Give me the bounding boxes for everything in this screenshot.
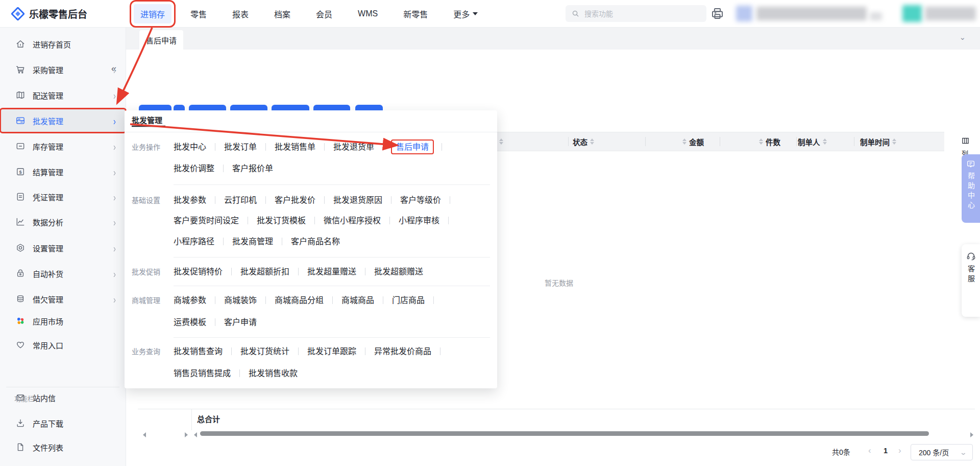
menu-item-批发超额赠送[interactable]: 批发超额赠送	[374, 267, 423, 276]
menu-item-批发超量赠送[interactable]: 批发超量赠送	[307, 267, 356, 276]
pagination-prev-icon[interactable]: ‹	[868, 446, 871, 456]
global-search[interactable]	[566, 5, 706, 22]
scroll-left-icon[interactable]	[143, 432, 146, 437]
menu-item-客户报价单[interactable]: 客户报价单	[232, 164, 273, 173]
menu-item-客户商品名称[interactable]: 客户商品名称	[291, 237, 340, 246]
top-nav-item-1[interactable]: 进销存	[134, 4, 172, 24]
divider	[440, 347, 440, 355]
top-nav-item-3[interactable]: 报表	[219, 0, 261, 27]
sidebar-item-2[interactable]: 采购管理›	[0, 57, 126, 82]
menu-item-批发订单[interactable]: 批发订单	[224, 143, 257, 151]
top-nav-item-2[interactable]: 零售	[178, 0, 219, 27]
sort-icon[interactable]	[759, 138, 763, 145]
menu-item-客户等级价[interactable]: 客户等级价	[400, 196, 441, 204]
menu-item-批发中心[interactable]: 批发中心	[174, 143, 206, 151]
scroll-right-icon[interactable]	[970, 432, 973, 437]
menu-section-label-4: 商城管理	[132, 294, 160, 307]
pagination-next-icon[interactable]: ›	[898, 446, 901, 456]
top-nav-item-8[interactable]: 更多	[440, 0, 491, 27]
sidebar-footer-item-1[interactable]: 站内信	[0, 385, 126, 410]
top-nav-item-6[interactable]: WMS	[345, 0, 390, 27]
top-nav-item-7[interactable]: 新零售	[390, 0, 440, 27]
column-header-3[interactable]: 金额	[680, 132, 704, 151]
sidebar-item-12[interactable]: 应用市场	[0, 309, 126, 333]
home-icon	[15, 39, 26, 49]
top-nav-item-4[interactable]: 档案	[261, 0, 303, 27]
tab-after-sales-request[interactable]: 售后申请	[139, 30, 183, 50]
menu-item-批发超额折扣[interactable]: 批发超额折扣	[240, 267, 289, 276]
sort-icon[interactable]	[590, 138, 594, 145]
sidebar-item-1[interactable]: 进销存首页	[0, 32, 126, 56]
printer-icon[interactable]	[710, 7, 724, 20]
page-size-select[interactable]: 200 条/页 ⌄	[911, 444, 973, 460]
column-header-4[interactable]: 件数	[756, 132, 780, 151]
sidebar-item-11[interactable]: 借欠管理›	[0, 287, 126, 311]
divider	[383, 143, 383, 151]
sort-icon[interactable]	[499, 138, 503, 145]
headset-icon	[966, 251, 976, 261]
sort-icon[interactable]	[892, 138, 896, 145]
sort-icon[interactable]	[823, 138, 827, 145]
menu-item-批发销售单[interactable]: 批发销售单	[275, 143, 315, 151]
sidebar-item-3[interactable]: 配送管理›	[0, 83, 126, 107]
menu-item-客户批发价[interactable]: 客户批发价	[275, 196, 315, 204]
menu-item-异常批发价商品[interactable]: 异常批发价商品	[374, 347, 431, 356]
chevron-down-icon[interactable]: ⌄	[959, 33, 966, 42]
menu-item-商城参数[interactable]: 商城参数	[174, 296, 206, 305]
menu-section-label-3: 批发促销	[132, 266, 160, 278]
menu-item-批发订货统计[interactable]: 批发订货统计	[240, 347, 289, 356]
menu-item-批发价调整[interactable]: 批发价调整	[174, 164, 214, 173]
sidebar-item-10[interactable]: 自动补货›	[0, 261, 126, 286]
menu-item-商城装饰[interactable]: 商城装饰	[224, 296, 257, 305]
menu-item-批发参数[interactable]: 批发参数	[174, 196, 206, 204]
menu-item-商城商品[interactable]: 商城商品	[341, 296, 374, 305]
menu-item-运费模板[interactable]: 运费模板	[174, 318, 206, 327]
column-header-6[interactable]: 制单时间	[860, 132, 899, 151]
menu-item-商城商品分组[interactable]: 商城商品分组	[275, 296, 324, 305]
divider	[215, 318, 215, 326]
sidebar-footer-item-2[interactable]: 产品下载	[0, 411, 126, 435]
menu-item-批发销售收款[interactable]: 批发销售收款	[249, 369, 298, 378]
sidebar-item-13[interactable]: 常用入口	[0, 333, 126, 357]
help-center-button[interactable]: 帮助中心	[962, 154, 980, 223]
column-header-5[interactable]: 制单人	[798, 132, 829, 151]
sidebar-item-6[interactable]: $ 结算管理›	[0, 159, 126, 184]
customer-service-button[interactable]: 客服	[962, 244, 980, 317]
scroll-right-icon[interactable]	[185, 432, 188, 437]
menu-item-销售员销售提成[interactable]: 销售员销售提成	[174, 369, 231, 378]
sidebar-item-4[interactable]: 批发管理›	[0, 108, 126, 133]
sidebar-item-5[interactable]: 库存管理›	[0, 134, 126, 158]
menu-item-云打印机[interactable]: 云打印机	[224, 196, 257, 204]
menu-item-批发订货模板[interactable]: 批发订货模板	[257, 216, 306, 225]
global-search-input[interactable]	[583, 9, 688, 18]
menu-item-批发促销特价[interactable]: 批发促销特价	[174, 267, 223, 276]
top-nav-item-5[interactable]: 会员	[303, 0, 345, 27]
divider	[324, 143, 325, 151]
sidebar-footer-item-3[interactable]: 文件列表	[0, 435, 126, 459]
divider	[215, 143, 215, 151]
sidebar-item-8[interactable]: 数据分析›	[0, 209, 126, 234]
menu-item-客户要货时间设定[interactable]: 客户要货时间设定	[174, 216, 239, 225]
sort-icon[interactable]	[682, 138, 687, 145]
menu-item-客户申请[interactable]: 客户申请	[224, 318, 257, 327]
menu-item-批发退货原因[interactable]: 批发退货原因	[333, 196, 382, 204]
menu-item-微信小程序授权[interactable]: 微信小程序授权	[324, 216, 381, 225]
menu-item-批发退货单[interactable]: 批发退货单	[333, 143, 374, 151]
menu-row: 批发中心批发订单批发销售单批发退货单售后申请	[174, 141, 493, 153]
menu-item-售后申请[interactable]: 售后申请	[391, 139, 434, 154]
menu-item-小程序路径[interactable]: 小程序路径	[174, 237, 214, 246]
mail-icon	[15, 392, 26, 403]
menu-item-小程序审核[interactable]: 小程序审核	[399, 216, 439, 225]
menu-item-批发订单跟踪[interactable]: 批发订单跟踪	[307, 347, 356, 356]
chevron-right-icon: ›	[113, 267, 116, 279]
horizontal-scrollbar[interactable]	[200, 431, 929, 436]
scroll-left-icon[interactable]	[194, 432, 197, 437]
menu-item-批发商管理[interactable]: 批发商管理	[232, 237, 273, 246]
pagination-current-page[interactable]: 1	[884, 447, 888, 455]
menu-section-label-2: 基础设置	[132, 194, 160, 206]
sidebar-item-7[interactable]: 凭证管理›	[0, 184, 126, 209]
menu-item-批发销售查询[interactable]: 批发销售查询	[174, 347, 223, 356]
column-header-2[interactable]: 状态	[573, 132, 597, 151]
menu-item-门店商品[interactable]: 门店商品	[392, 296, 425, 305]
sidebar-item-9[interactable]: 设置管理›	[0, 236, 126, 260]
